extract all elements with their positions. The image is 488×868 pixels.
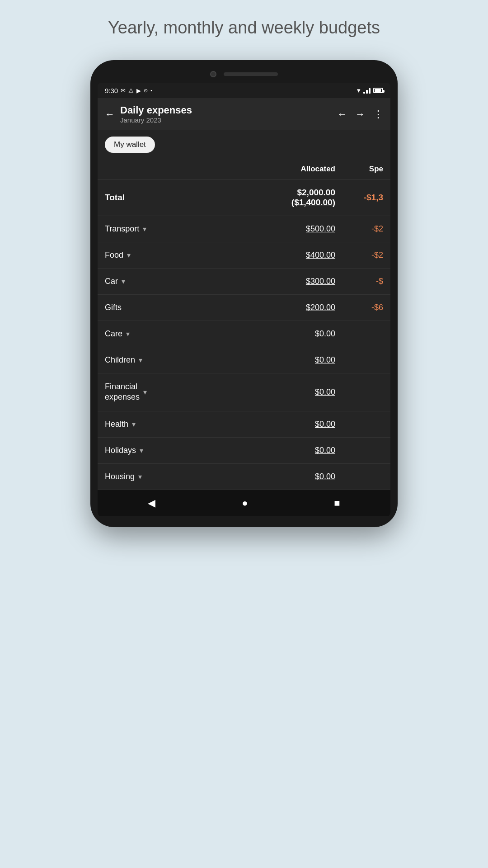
status-right: ▾	[357, 86, 383, 94]
dropdown-icon: ▾	[139, 356, 142, 364]
table-row[interactable]: Gifts $200.00 -$6	[98, 295, 390, 321]
back-button[interactable]: ←	[105, 108, 115, 120]
alert-icon: ⚠	[128, 87, 134, 94]
allocated-health: $0.00	[261, 420, 343, 429]
phone-frame: 9:30 ✉ ⚠ ▶ ⊙ • ▾ ←	[90, 60, 398, 527]
table-row[interactable]: Care ▾ $0.00	[98, 321, 390, 347]
dropdown-icon: ▾	[143, 388, 147, 396]
wifi-icon: ▾	[357, 86, 361, 94]
category-children: Children ▾	[105, 355, 261, 365]
table-row[interactable]: Transport ▾ $500.00 -$2	[98, 216, 390, 242]
allocated-food: $400.00	[261, 250, 343, 260]
signal-icon	[363, 87, 371, 94]
status-time: 9:30	[105, 87, 118, 94]
col-header-category	[105, 165, 261, 174]
dropdown-icon: ▾	[140, 446, 143, 455]
spent-transport: -$2	[343, 224, 383, 234]
vpn-icon: ⊙	[144, 88, 148, 94]
menu-button[interactable]: ⋮	[373, 108, 383, 120]
phone-screen: 9:30 ✉ ⚠ ▶ ⊙ • ▾ ←	[98, 83, 390, 516]
header-actions: ← → ⋮	[337, 108, 383, 120]
category-health: Health ▾	[105, 420, 261, 429]
status-left: 9:30 ✉ ⚠ ▶ ⊙ •	[105, 87, 152, 94]
dropdown-icon: ▾	[127, 251, 131, 259]
dropdown-icon: ▾	[126, 330, 130, 338]
header-title: Daily expenses	[120, 104, 332, 116]
nav-recent-button[interactable]: ■	[334, 497, 340, 509]
header-subtitle: January 2023	[120, 116, 332, 124]
spent-gifts: -$6	[343, 303, 383, 312]
table-header-row: Allocated Spe	[98, 159, 390, 179]
app-header: ← Daily expenses January 2023 ← → ⋮	[98, 98, 390, 130]
allocated-car: $300.00	[261, 277, 343, 286]
table-row[interactable]: Children ▾ $0.00	[98, 347, 390, 373]
category-gifts: Gifts	[105, 303, 261, 312]
status-bar: 9:30 ✉ ⚠ ▶ ⊙ • ▾	[98, 83, 390, 98]
total-label: Total	[105, 193, 261, 203]
youtube-icon: ▶	[136, 87, 141, 94]
mail-icon: ✉	[121, 87, 126, 94]
table-row[interactable]: Health ▾ $0.00	[98, 411, 390, 438]
allocated-holidays: $0.00	[261, 446, 343, 455]
col-header-allocated: Allocated	[261, 165, 343, 174]
speaker	[224, 72, 278, 76]
table-row[interactable]: Holidays ▾ $0.00	[98, 438, 390, 464]
total-allocated: $2,000.00 ($1,400.00)	[261, 188, 343, 208]
allocated-care: $0.00	[261, 329, 343, 339]
category-food: Food ▾	[105, 250, 261, 260]
dot-icon: •	[150, 88, 152, 93]
dropdown-icon: ▾	[132, 420, 136, 429]
category-housing: Housing ▾	[105, 472, 261, 481]
header-title-area: Daily expenses January 2023	[120, 104, 332, 124]
table-row[interactable]: Car ▾ $300.00 -$	[98, 269, 390, 295]
nav-back-button[interactable]: ◀	[148, 497, 155, 509]
col-header-spent: Spe	[343, 165, 383, 174]
allocated-housing: $0.00	[261, 472, 343, 481]
phone-top-decoration	[98, 71, 390, 77]
nav-bar: ◀ ● ■	[98, 490, 390, 516]
budget-table: Allocated Spe Total $2,000.00 ($1,400.00…	[98, 159, 390, 490]
next-button[interactable]: →	[355, 108, 365, 120]
camera	[210, 71, 216, 77]
category-transport: Transport ▾	[105, 224, 261, 234]
allocated-children: $0.00	[261, 355, 343, 365]
category-car: Car ▾	[105, 277, 261, 286]
allocated-financial: $0.00	[261, 387, 343, 397]
dropdown-icon: ▾	[138, 472, 142, 481]
prev-button[interactable]: ←	[337, 108, 347, 120]
spent-food: -$2	[343, 250, 383, 260]
dropdown-icon: ▾	[122, 277, 125, 286]
allocated-transport: $500.00	[261, 224, 343, 234]
table-row[interactable]: Housing ▾ $0.00	[98, 464, 390, 490]
page-title: Yearly, monthly and weekly budgets	[108, 18, 380, 38]
allocated-gifts: $200.00	[261, 303, 343, 312]
category-financial-expenses: Financialexpenses ▾	[105, 382, 261, 403]
category-holidays: Holidays ▾	[105, 446, 261, 455]
total-row: Total $2,000.00 ($1,400.00) -$1,3	[98, 179, 390, 216]
table-row[interactable]: Food ▾ $400.00 -$2	[98, 242, 390, 269]
table-row[interactable]: Financialexpenses ▾ $0.00	[98, 373, 390, 411]
nav-home-button[interactable]: ●	[242, 497, 248, 509]
battery-icon	[373, 88, 383, 93]
category-care: Care ▾	[105, 329, 261, 339]
total-spent: -$1,3	[343, 193, 383, 203]
spent-car: -$	[343, 277, 383, 286]
wallet-chip[interactable]: My wallet	[105, 137, 155, 153]
wallet-section: My wallet	[98, 130, 390, 159]
dropdown-icon: ▾	[143, 225, 146, 233]
